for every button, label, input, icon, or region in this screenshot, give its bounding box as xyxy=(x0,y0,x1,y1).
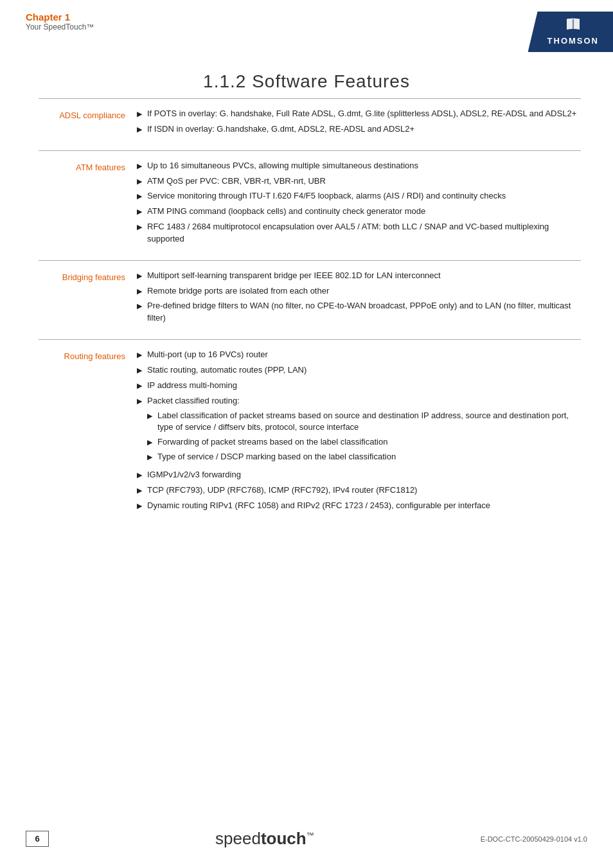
list-item-with-subitems: Packet classified routing:▶Label classif… xyxy=(147,395,581,466)
list-item-text: Service monitoring through ITU-T I.620 F… xyxy=(147,190,506,202)
bullet-arrow-icon: ▶ xyxy=(137,207,142,217)
list-item: ▶Remote bridge ports are isolated from e… xyxy=(137,285,581,297)
bullet-arrow-icon: ▶ xyxy=(137,486,142,496)
bullet-arrow-icon: ▶ xyxy=(137,109,142,120)
bullet-arrow-icon: ▶ xyxy=(137,191,142,202)
list-item-text: Packet classified routing: xyxy=(147,396,240,405)
list-item-text: Pre-defined bridge filters to WAN (no fi… xyxy=(147,300,581,324)
bullet-arrow-icon: ▶ xyxy=(137,396,142,407)
brand-bold: touch xyxy=(261,829,306,848)
page-number: 6 xyxy=(26,831,49,847)
features-table: ADSL compliance▶If POTS in overlay: G. h… xyxy=(39,98,581,526)
list-item: ▶Up to 16 simultaneous PVCs, allowing mu… xyxy=(137,160,581,172)
section-row-routing: Routing features▶Multi-port (up to 16 PV… xyxy=(39,340,581,527)
section-content-bridging: ▶Multiport self-learning transparent bri… xyxy=(132,260,581,339)
section-row-atm: ATM features▶Up to 16 simultaneous PVCs,… xyxy=(39,150,581,260)
list-item-text: Multi-port (up to 16 PVCs) router xyxy=(147,349,268,361)
bullet-list-bridging: ▶Multiport self-learning transparent bri… xyxy=(137,270,581,324)
bullet-arrow-icon: ▶ xyxy=(137,287,142,297)
page-header: Chapter 1 Your SpeedTouch™ THOMSON xyxy=(0,0,613,52)
list-item-text: Remote bridge ports are isolated from ea… xyxy=(147,285,329,297)
list-item: ▶Dynamic routing RIPv1 (RFC 1058) and RI… xyxy=(137,500,581,512)
list-item: ▶Multi-port (up to 16 PVCs) router xyxy=(137,349,581,361)
bullet-arrow-icon: ▶ xyxy=(137,366,142,376)
list-item-text: Up to 16 simultaneous PVCs, allowing mul… xyxy=(147,160,418,172)
section-label-bridging: Bridging features xyxy=(39,260,132,339)
section-label-adsl: ADSL compliance xyxy=(39,99,132,151)
main-content: ADSL compliance▶If POTS in overlay: G. h… xyxy=(0,98,613,526)
page-footer: 6 speedtouch™ E-DOC-CTC-20050429-0104 v1… xyxy=(0,829,613,849)
bullet-arrow-icon: ▶ xyxy=(137,470,142,481)
sub-list-item-text: Forwarding of packet streams based on th… xyxy=(157,436,387,448)
list-item-text: If POTS in overlay: G. handshake, Full R… xyxy=(147,108,576,120)
footer-brand: speedtouch™ xyxy=(215,829,314,849)
list-item-text: Static routing, automatic routes (PPP, L… xyxy=(147,364,306,376)
list-item: ▶ATM PING command (loopback cells) and c… xyxy=(137,206,581,218)
list-item-text: ATM PING command (loopback cells) and co… xyxy=(147,206,425,218)
bullet-arrow-icon: ▶ xyxy=(137,271,142,281)
chapter-subtitle: Your SpeedTouch™ xyxy=(26,22,94,31)
chapter-info: Chapter 1 Your SpeedTouch™ xyxy=(26,12,94,31)
section-row-bridging: Bridging features▶Multiport self-learnin… xyxy=(39,260,581,339)
list-item-text: Dynamic routing RIPv1 (RFC 1058) and RIP… xyxy=(147,500,490,512)
bullet-arrow-icon: ▶ xyxy=(137,161,142,172)
bullet-arrow-icon: ▶ xyxy=(137,381,142,391)
list-item: ▶Multiport self-learning transparent bri… xyxy=(137,270,581,282)
sub-list-item: ▶Type of service / DSCP marking based on… xyxy=(147,451,581,463)
sub-bullet-arrow-icon: ▶ xyxy=(147,438,152,448)
logo-text: THOMSON xyxy=(547,36,599,46)
list-item: ▶Service monitoring through ITU-T I.620 … xyxy=(137,190,581,202)
sub-list-item-text: Label classification of packet streams b… xyxy=(157,410,581,434)
list-item-text: Multiport self-learning transparent brid… xyxy=(147,270,441,282)
sub-list-item-text: Type of service / DSCP marking based on … xyxy=(157,451,396,463)
section-label-routing: Routing features xyxy=(39,340,132,527)
bullet-arrow-icon: ▶ xyxy=(137,177,142,187)
list-item: ▶IGMPv1/v2/v3 forwarding xyxy=(137,469,581,481)
list-item-text: RFC 1483 / 2684 multiprotocol encapsulat… xyxy=(147,221,581,245)
section-content-atm: ▶Up to 16 simultaneous PVCs, allowing mu… xyxy=(132,150,581,260)
section-label-atm: ATM features xyxy=(39,150,132,260)
list-item: ▶ATM QoS per PVC: CBR, VBR-rt, VBR-nrt, … xyxy=(137,175,581,188)
section-content-routing: ▶Multi-port (up to 16 PVCs) router▶Stati… xyxy=(132,340,581,527)
sub-bullet-arrow-icon: ▶ xyxy=(147,411,152,421)
bullet-arrow-icon: ▶ xyxy=(137,125,142,135)
list-item: ▶If POTS in overlay: G. handshake, Full … xyxy=(137,108,581,120)
sub-bullet-arrow-icon: ▶ xyxy=(147,452,152,463)
chapter-label: Chapter 1 xyxy=(26,12,94,22)
list-item-text: IGMPv1/v2/v3 forwarding xyxy=(147,469,241,481)
list-item-text: If ISDN in overlay: G.handshake, G.dmt, … xyxy=(147,123,414,136)
list-item: ▶TCP (RFC793), UDP (RFC768), ICMP (RFC79… xyxy=(137,484,581,497)
bullet-list-routing: ▶Multi-port (up to 16 PVCs) router▶Stati… xyxy=(137,349,581,511)
bullet-arrow-icon: ▶ xyxy=(137,301,142,312)
section-row-adsl: ADSL compliance▶If POTS in overlay: G. h… xyxy=(39,99,581,151)
bullet-arrow-icon: ▶ xyxy=(137,350,142,360)
list-item: ▶Packet classified routing:▶Label classi… xyxy=(137,395,581,466)
list-item: ▶If ISDN in overlay: G.handshake, G.dmt,… xyxy=(137,123,581,136)
list-item: ▶RFC 1483 / 2684 multiprotocol encapsula… xyxy=(137,221,581,245)
thomson-logo: THOMSON xyxy=(528,12,613,52)
bullet-list-adsl: ▶If POTS in overlay: G. handshake, Full … xyxy=(137,108,581,136)
sub-list-item: ▶Label classification of packet streams … xyxy=(147,410,581,434)
thomson-icon xyxy=(564,18,582,34)
brand-tm: ™ xyxy=(306,831,314,840)
bullet-list-atm: ▶Up to 16 simultaneous PVCs, allowing mu… xyxy=(137,160,581,245)
page-title: 1.1.2 Software Features xyxy=(0,71,613,92)
bullet-arrow-icon: ▶ xyxy=(137,222,142,233)
doc-reference: E-DOC-CTC-20050429-0104 v1.0 xyxy=(481,835,587,843)
page-title-section: 1.1.2 Software Features xyxy=(0,52,613,98)
section-content-adsl: ▶If POTS in overlay: G. handshake, Full … xyxy=(132,99,581,151)
list-item-text: IP address multi-homing xyxy=(147,380,237,392)
list-item-text: TCP (RFC793), UDP (RFC768), ICMP (RFC792… xyxy=(147,484,417,497)
bullet-arrow-icon: ▶ xyxy=(137,501,142,511)
brand-regular: speed xyxy=(215,829,261,848)
sub-bullet-list: ▶Label classification of packet streams … xyxy=(147,410,581,463)
list-item: ▶Pre-defined bridge filters to WAN (no f… xyxy=(137,300,581,324)
sub-list-item: ▶Forwarding of packet streams based on t… xyxy=(147,436,581,448)
list-item-text: ATM QoS per PVC: CBR, VBR-rt, VBR-nrt, U… xyxy=(147,175,326,188)
list-item: ▶Static routing, automatic routes (PPP, … xyxy=(137,364,581,376)
list-item: ▶IP address multi-homing xyxy=(137,380,581,392)
